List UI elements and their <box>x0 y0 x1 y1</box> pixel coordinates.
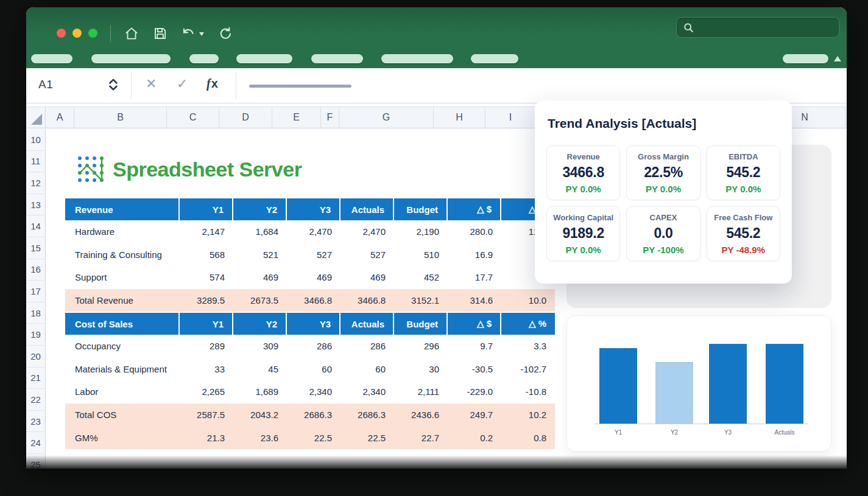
value-cell[interactable]: 60 <box>340 358 394 381</box>
column-header-B[interactable]: B <box>74 107 167 128</box>
row-label-cell[interactable]: Labor <box>65 380 180 403</box>
row-header-15[interactable]: 15 <box>26 237 46 259</box>
value-cell[interactable]: 10.2 <box>501 403 555 427</box>
value-cell[interactable]: 22.5 <box>340 426 394 449</box>
value-cell[interactable]: 286 <box>340 335 394 358</box>
column-header-C[interactable]: C <box>167 107 219 128</box>
column-header-G[interactable]: G <box>339 107 434 128</box>
value-cell[interactable]: -10.8 <box>501 380 555 403</box>
header-cell[interactable]: Y3 <box>287 313 340 335</box>
select-all-corner[interactable] <box>26 107 46 128</box>
value-cell[interactable]: 2,147 <box>180 220 233 243</box>
value-cell[interactable]: 22.5 <box>287 426 340 449</box>
value-cell[interactable]: 309 <box>233 335 287 358</box>
value-cell[interactable]: 2,340 <box>340 380 394 403</box>
row-label-cell[interactable]: Occupancy <box>65 335 180 358</box>
value-cell[interactable]: 568 <box>180 243 233 267</box>
header-cell[interactable]: Revenue <box>65 198 180 220</box>
column-header-F[interactable]: F <box>321 107 339 128</box>
row-label-cell[interactable]: Training & Consulting <box>65 243 180 267</box>
ribbon-tab-pill[interactable] <box>311 54 363 63</box>
value-cell[interactable]: 527 <box>287 243 340 267</box>
insert-function-icon[interactable]: fx <box>206 77 218 91</box>
header-cell[interactable]: Actuals <box>340 313 394 335</box>
value-cell[interactable]: 280.0 <box>448 220 501 243</box>
value-cell[interactable]: 33 <box>180 358 233 381</box>
value-cell[interactable]: 2,111 <box>394 380 448 403</box>
value-cell[interactable]: 2,470 <box>287 220 340 243</box>
undo-dropdown-caret[interactable] <box>199 32 204 36</box>
header-cell[interactable]: Budget <box>394 198 448 220</box>
collapse-ribbon-icon[interactable] <box>834 56 841 61</box>
value-cell[interactable]: 23.6 <box>233 426 287 449</box>
row-header-16[interactable]: 16 <box>26 259 46 281</box>
value-cell[interactable]: 2,265 <box>180 380 233 403</box>
header-cell[interactable]: Cost of Sales <box>65 313 180 335</box>
value-cell[interactable]: 452 <box>394 266 448 289</box>
value-cell[interactable]: 2,340 <box>287 380 340 403</box>
header-cell[interactable]: Y1 <box>180 313 233 335</box>
value-cell[interactable]: 0.8 <box>501 426 555 449</box>
value-cell[interactable]: 1,689 <box>233 380 287 403</box>
column-header-H[interactable]: H <box>434 107 485 128</box>
value-cell[interactable]: 22.7 <box>394 426 448 449</box>
ribbon-tab-pill[interactable] <box>236 54 292 63</box>
row-header-10[interactable]: 10 <box>26 129 46 151</box>
zoom-window-button[interactable] <box>88 29 97 38</box>
column-header-A[interactable]: A <box>46 107 74 128</box>
row-header-14[interactable]: 14 <box>26 215 46 237</box>
home-icon[interactable] <box>124 26 139 41</box>
ribbon-tab-pill[interactable] <box>31 54 72 63</box>
value-cell[interactable]: 3466.8 <box>340 289 394 312</box>
value-cell[interactable]: -102.7 <box>501 358 555 381</box>
ribbon-right-pill[interactable] <box>783 54 828 63</box>
value-cell[interactable]: 60 <box>287 358 340 381</box>
value-cell[interactable]: 30 <box>394 358 448 381</box>
header-cell[interactable]: △ % <box>501 313 555 335</box>
value-cell[interactable]: 2673.5 <box>233 289 287 312</box>
value-cell[interactable]: 0.2 <box>448 426 501 449</box>
value-cell[interactable]: 2,470 <box>340 220 394 243</box>
value-cell[interactable]: -30.5 <box>448 358 501 381</box>
ribbon-tab-pill[interactable] <box>381 54 453 63</box>
value-cell[interactable]: 469 <box>233 266 287 289</box>
column-header-D[interactable]: D <box>219 107 272 128</box>
cancel-entry-icon[interactable]: ✕ <box>146 76 157 92</box>
value-cell[interactable]: -229.0 <box>448 380 501 403</box>
value-cell[interactable]: 521 <box>233 243 287 267</box>
row-label-cell[interactable]: Hardware <box>65 220 180 243</box>
value-cell[interactable]: 3152.1 <box>394 289 448 312</box>
value-cell[interactable]: 2686.3 <box>287 403 340 427</box>
row-header-18[interactable]: 18 <box>26 302 46 324</box>
row-header-12[interactable]: 12 <box>26 172 46 194</box>
value-cell[interactable]: 16.9 <box>448 243 501 267</box>
save-icon[interactable] <box>152 26 168 41</box>
header-cell[interactable]: Y2 <box>233 198 287 220</box>
value-cell[interactable]: 3466.8 <box>287 289 340 312</box>
name-box[interactable]: A1 <box>38 78 53 91</box>
header-cell[interactable]: Y3 <box>287 198 340 220</box>
name-box-stepper[interactable] <box>105 77 121 95</box>
ribbon-tab-pill[interactable] <box>91 54 171 63</box>
row-header-13[interactable]: 13 <box>26 194 46 216</box>
ribbon-tab-pill[interactable] <box>471 54 518 63</box>
row-header-25[interactable]: 25 <box>26 454 46 469</box>
row-header-24[interactable]: 24 <box>26 432 46 454</box>
value-cell[interactable]: 2587.5 <box>180 403 233 427</box>
header-cell[interactable]: Actuals <box>340 198 394 220</box>
value-cell[interactable]: 2043.2 <box>233 403 287 427</box>
row-header-22[interactable]: 22 <box>26 389 46 411</box>
search-input[interactable] <box>676 17 839 38</box>
value-cell[interactable]: 17.7 <box>448 266 501 289</box>
value-cell[interactable]: 10.0 <box>501 289 555 312</box>
row-label-cell[interactable]: GM% <box>65 426 180 449</box>
redo-icon[interactable] <box>217 26 233 41</box>
value-cell[interactable]: 3.3 <box>501 335 555 358</box>
header-cell[interactable]: △ $ <box>448 198 501 220</box>
minimize-window-button[interactable] <box>72 29 82 38</box>
value-cell[interactable]: 21.3 <box>180 426 233 449</box>
value-cell[interactable]: 286 <box>287 335 340 358</box>
accept-entry-icon[interactable]: ✓ <box>177 76 188 92</box>
ribbon-tab-pill[interactable] <box>189 54 219 63</box>
undo-icon[interactable] <box>180 26 196 41</box>
